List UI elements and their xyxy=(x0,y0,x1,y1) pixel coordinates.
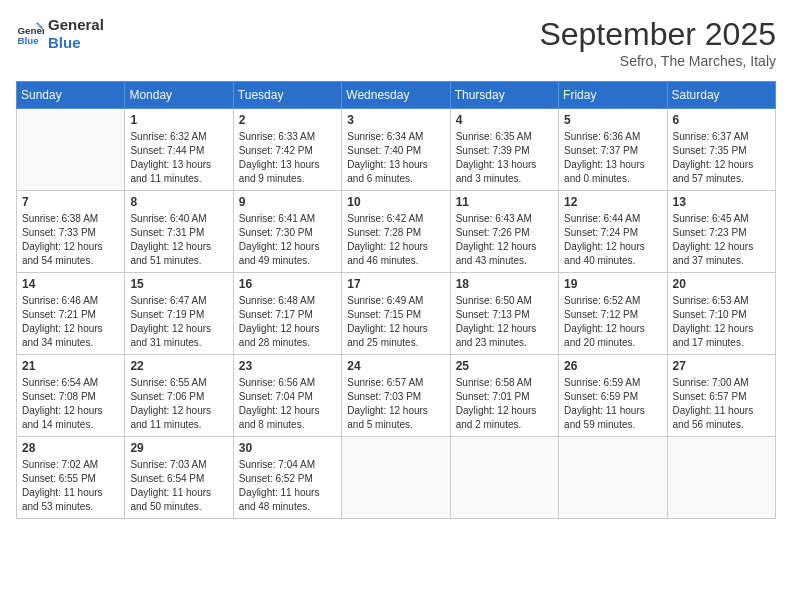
calendar-cell: 18Sunrise: 6:50 AM Sunset: 7:13 PM Dayli… xyxy=(450,273,558,355)
day-info: Sunrise: 7:02 AM Sunset: 6:55 PM Dayligh… xyxy=(22,458,119,514)
calendar-cell: 14Sunrise: 6:46 AM Sunset: 7:21 PM Dayli… xyxy=(17,273,125,355)
weekday-header-tuesday: Tuesday xyxy=(233,82,341,109)
day-number: 20 xyxy=(673,277,770,291)
day-number: 23 xyxy=(239,359,336,373)
week-row-5: 28Sunrise: 7:02 AM Sunset: 6:55 PM Dayli… xyxy=(17,437,776,519)
calendar-cell: 17Sunrise: 6:49 AM Sunset: 7:15 PM Dayli… xyxy=(342,273,450,355)
calendar-cell: 2Sunrise: 6:33 AM Sunset: 7:42 PM Daylig… xyxy=(233,109,341,191)
weekday-header-monday: Monday xyxy=(125,82,233,109)
calendar-cell: 3Sunrise: 6:34 AM Sunset: 7:40 PM Daylig… xyxy=(342,109,450,191)
day-number: 9 xyxy=(239,195,336,209)
day-info: Sunrise: 7:03 AM Sunset: 6:54 PM Dayligh… xyxy=(130,458,227,514)
day-info: Sunrise: 6:54 AM Sunset: 7:08 PM Dayligh… xyxy=(22,376,119,432)
location-subtitle: Sefro, The Marches, Italy xyxy=(539,53,776,69)
calendar-cell: 25Sunrise: 6:58 AM Sunset: 7:01 PM Dayli… xyxy=(450,355,558,437)
day-number: 18 xyxy=(456,277,553,291)
calendar-cell: 7Sunrise: 6:38 AM Sunset: 7:33 PM Daylig… xyxy=(17,191,125,273)
day-number: 30 xyxy=(239,441,336,455)
calendar-cell: 26Sunrise: 6:59 AM Sunset: 6:59 PM Dayli… xyxy=(559,355,667,437)
day-info: Sunrise: 6:32 AM Sunset: 7:44 PM Dayligh… xyxy=(130,130,227,186)
day-number: 10 xyxy=(347,195,444,209)
day-number: 2 xyxy=(239,113,336,127)
day-number: 13 xyxy=(673,195,770,209)
day-number: 5 xyxy=(564,113,661,127)
month-title: September 2025 xyxy=(539,16,776,53)
day-number: 22 xyxy=(130,359,227,373)
calendar-cell: 27Sunrise: 7:00 AM Sunset: 6:57 PM Dayli… xyxy=(667,355,775,437)
calendar-cell: 1Sunrise: 6:32 AM Sunset: 7:44 PM Daylig… xyxy=(125,109,233,191)
day-number: 24 xyxy=(347,359,444,373)
day-info: Sunrise: 6:37 AM Sunset: 7:35 PM Dayligh… xyxy=(673,130,770,186)
calendar-cell: 22Sunrise: 6:55 AM Sunset: 7:06 PM Dayli… xyxy=(125,355,233,437)
calendar-cell xyxy=(342,437,450,519)
day-info: Sunrise: 6:36 AM Sunset: 7:37 PM Dayligh… xyxy=(564,130,661,186)
weekday-header-thursday: Thursday xyxy=(450,82,558,109)
weekday-header-row: SundayMondayTuesdayWednesdayThursdayFrid… xyxy=(17,82,776,109)
calendar-cell: 29Sunrise: 7:03 AM Sunset: 6:54 PM Dayli… xyxy=(125,437,233,519)
day-number: 6 xyxy=(673,113,770,127)
day-number: 17 xyxy=(347,277,444,291)
day-info: Sunrise: 6:40 AM Sunset: 7:31 PM Dayligh… xyxy=(130,212,227,268)
day-info: Sunrise: 6:38 AM Sunset: 7:33 PM Dayligh… xyxy=(22,212,119,268)
day-info: Sunrise: 6:47 AM Sunset: 7:19 PM Dayligh… xyxy=(130,294,227,350)
day-info: Sunrise: 6:58 AM Sunset: 7:01 PM Dayligh… xyxy=(456,376,553,432)
calendar-cell: 5Sunrise: 6:36 AM Sunset: 7:37 PM Daylig… xyxy=(559,109,667,191)
day-number: 26 xyxy=(564,359,661,373)
day-number: 7 xyxy=(22,195,119,209)
day-number: 15 xyxy=(130,277,227,291)
calendar-cell: 6Sunrise: 6:37 AM Sunset: 7:35 PM Daylig… xyxy=(667,109,775,191)
calendar-cell xyxy=(17,109,125,191)
day-info: Sunrise: 6:55 AM Sunset: 7:06 PM Dayligh… xyxy=(130,376,227,432)
day-info: Sunrise: 7:04 AM Sunset: 6:52 PM Dayligh… xyxy=(239,458,336,514)
day-info: Sunrise: 6:34 AM Sunset: 7:40 PM Dayligh… xyxy=(347,130,444,186)
calendar-cell: 19Sunrise: 6:52 AM Sunset: 7:12 PM Dayli… xyxy=(559,273,667,355)
day-number: 29 xyxy=(130,441,227,455)
calendar-cell: 10Sunrise: 6:42 AM Sunset: 7:28 PM Dayli… xyxy=(342,191,450,273)
week-row-2: 7Sunrise: 6:38 AM Sunset: 7:33 PM Daylig… xyxy=(17,191,776,273)
day-number: 11 xyxy=(456,195,553,209)
day-info: Sunrise: 6:42 AM Sunset: 7:28 PM Dayligh… xyxy=(347,212,444,268)
week-row-3: 14Sunrise: 6:46 AM Sunset: 7:21 PM Dayli… xyxy=(17,273,776,355)
day-info: Sunrise: 6:45 AM Sunset: 7:23 PM Dayligh… xyxy=(673,212,770,268)
page-header: General Blue General Blue September 2025… xyxy=(16,16,776,69)
svg-text:Blue: Blue xyxy=(17,35,39,46)
calendar-table: SundayMondayTuesdayWednesdayThursdayFrid… xyxy=(16,81,776,519)
calendar-cell: 20Sunrise: 6:53 AM Sunset: 7:10 PM Dayli… xyxy=(667,273,775,355)
day-number: 3 xyxy=(347,113,444,127)
day-info: Sunrise: 6:35 AM Sunset: 7:39 PM Dayligh… xyxy=(456,130,553,186)
day-info: Sunrise: 6:52 AM Sunset: 7:12 PM Dayligh… xyxy=(564,294,661,350)
weekday-header-friday: Friday xyxy=(559,82,667,109)
day-info: Sunrise: 6:41 AM Sunset: 7:30 PM Dayligh… xyxy=(239,212,336,268)
calendar-cell: 11Sunrise: 6:43 AM Sunset: 7:26 PM Dayli… xyxy=(450,191,558,273)
day-info: Sunrise: 6:48 AM Sunset: 7:17 PM Dayligh… xyxy=(239,294,336,350)
day-info: Sunrise: 7:00 AM Sunset: 6:57 PM Dayligh… xyxy=(673,376,770,432)
day-number: 21 xyxy=(22,359,119,373)
calendar-cell: 4Sunrise: 6:35 AM Sunset: 7:39 PM Daylig… xyxy=(450,109,558,191)
day-info: Sunrise: 6:56 AM Sunset: 7:04 PM Dayligh… xyxy=(239,376,336,432)
calendar-cell xyxy=(559,437,667,519)
logo-line2: Blue xyxy=(48,34,104,52)
day-info: Sunrise: 6:46 AM Sunset: 7:21 PM Dayligh… xyxy=(22,294,119,350)
day-info: Sunrise: 6:50 AM Sunset: 7:13 PM Dayligh… xyxy=(456,294,553,350)
day-number: 14 xyxy=(22,277,119,291)
calendar-cell: 12Sunrise: 6:44 AM Sunset: 7:24 PM Dayli… xyxy=(559,191,667,273)
calendar-cell: 15Sunrise: 6:47 AM Sunset: 7:19 PM Dayli… xyxy=(125,273,233,355)
day-info: Sunrise: 6:59 AM Sunset: 6:59 PM Dayligh… xyxy=(564,376,661,432)
day-number: 27 xyxy=(673,359,770,373)
logo-line1: General xyxy=(48,16,104,34)
weekday-header-wednesday: Wednesday xyxy=(342,82,450,109)
weekday-header-saturday: Saturday xyxy=(667,82,775,109)
calendar-cell: 30Sunrise: 7:04 AM Sunset: 6:52 PM Dayli… xyxy=(233,437,341,519)
calendar-cell: 13Sunrise: 6:45 AM Sunset: 7:23 PM Dayli… xyxy=(667,191,775,273)
day-info: Sunrise: 6:57 AM Sunset: 7:03 PM Dayligh… xyxy=(347,376,444,432)
calendar-cell: 21Sunrise: 6:54 AM Sunset: 7:08 PM Dayli… xyxy=(17,355,125,437)
calendar-cell xyxy=(667,437,775,519)
day-info: Sunrise: 6:43 AM Sunset: 7:26 PM Dayligh… xyxy=(456,212,553,268)
day-info: Sunrise: 6:33 AM Sunset: 7:42 PM Dayligh… xyxy=(239,130,336,186)
calendar-cell xyxy=(450,437,558,519)
day-number: 1 xyxy=(130,113,227,127)
calendar-cell: 9Sunrise: 6:41 AM Sunset: 7:30 PM Daylig… xyxy=(233,191,341,273)
day-number: 19 xyxy=(564,277,661,291)
day-number: 4 xyxy=(456,113,553,127)
day-info: Sunrise: 6:53 AM Sunset: 7:10 PM Dayligh… xyxy=(673,294,770,350)
